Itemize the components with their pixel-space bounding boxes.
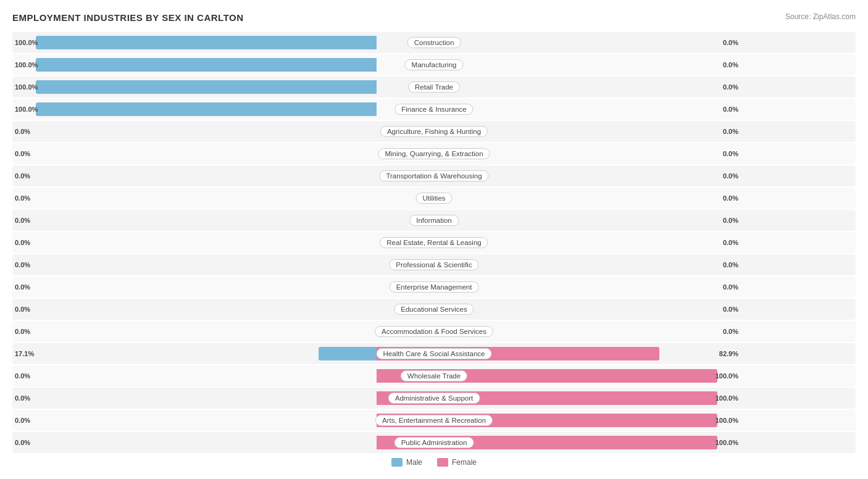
male-bar <box>36 102 377 116</box>
left-half: 0.0% <box>12 210 377 231</box>
right-half: 0.0% <box>377 277 741 298</box>
right-half: 0.0% <box>377 299 741 320</box>
female-pct-label: 0.0% <box>723 150 738 157</box>
bar-row: 0.0%0.0%Utilities <box>12 188 856 209</box>
source-text: Source: ZipAtlas.com <box>785 12 856 21</box>
male-pct-label: 0.0% <box>15 417 30 424</box>
male-pct-label: 0.0% <box>15 239 30 246</box>
female-pct-label: 0.0% <box>723 128 738 135</box>
female-pct-label: 0.0% <box>723 83 738 91</box>
right-half: 0.0% <box>377 143 741 164</box>
female-label: Female <box>452 458 477 467</box>
male-pct-label: 0.0% <box>15 194 30 202</box>
female-pct-label: 82.9% <box>719 350 738 357</box>
right-half: 0.0% <box>377 188 741 209</box>
right-half: 0.0% <box>377 321 741 342</box>
right-half: 82.9% <box>377 343 741 364</box>
bar-row: 0.0%100.0%Arts, Entertainment & Recreati… <box>12 410 856 431</box>
right-half: 0.0% <box>377 232 741 253</box>
left-half: 100.0% <box>12 99 377 120</box>
female-pct-label: 0.0% <box>723 283 738 291</box>
bar-row: 0.0%100.0%Administrative & Support <box>12 388 856 409</box>
male-pct-label: 0.0% <box>15 328 30 335</box>
left-half: 0.0% <box>12 188 377 209</box>
legend-male: Male <box>391 458 422 467</box>
male-pct-label: 100.0% <box>15 61 38 69</box>
bar-row: 100.0%0.0%Retail Trade <box>12 77 856 98</box>
legend-female: Female <box>437 458 477 467</box>
bar-row: 0.0%0.0%Agriculture, Fishing & Hunting <box>12 121 856 142</box>
male-pct-label: 0.0% <box>15 172 30 180</box>
left-half: 17.1% <box>12 343 377 364</box>
left-half: 100.0% <box>12 32 377 53</box>
right-half: 0.0% <box>377 77 741 98</box>
female-pct-label: 100.0% <box>716 417 738 424</box>
male-label: Male <box>406 458 422 467</box>
bar-row: 0.0%0.0%Mining, Quarrying, & Extraction <box>12 143 856 164</box>
right-half: 0.0% <box>377 32 741 53</box>
bar-row: 100.0%0.0%Manufacturing <box>12 54 856 75</box>
female-pct-label: 0.0% <box>723 328 738 335</box>
female-bar <box>377 436 717 449</box>
male-pct-label: 0.0% <box>15 394 30 402</box>
left-half: 0.0% <box>12 277 377 298</box>
male-pct-label: 0.0% <box>15 261 30 269</box>
left-half: 0.0% <box>12 121 377 142</box>
left-half: 0.0% <box>12 388 377 409</box>
male-swatch <box>391 458 403 467</box>
female-pct-label: 0.0% <box>723 39 738 46</box>
male-pct-label: 100.0% <box>15 83 38 91</box>
left-half: 0.0% <box>12 321 377 342</box>
female-pct-label: 0.0% <box>723 239 738 246</box>
right-half: 0.0% <box>377 99 741 120</box>
female-pct-label: 0.0% <box>723 194 738 202</box>
left-half: 0.0% <box>12 432 377 453</box>
left-half: 0.0% <box>12 165 377 186</box>
female-pct-label: 0.0% <box>723 217 738 224</box>
legend: Male Female <box>12 458 856 467</box>
left-half: 100.0% <box>12 54 377 75</box>
female-pct-label: 0.0% <box>723 106 738 113</box>
left-half: 0.0% <box>12 299 377 320</box>
right-half: 0.0% <box>377 121 741 142</box>
bar-row: 0.0%0.0%Accommodation & Food Services <box>12 321 856 342</box>
bar-row: 0.0%100.0%Wholesale Trade <box>12 365 856 386</box>
male-bar <box>36 58 377 72</box>
male-bar <box>319 347 377 360</box>
bar-row: 0.0%0.0%Transportation & Warehousing <box>12 165 856 186</box>
chart-title: EMPLOYMENT INDUSTRIES BY SEX IN CARLTON <box>12 12 244 23</box>
right-half: 100.0% <box>377 388 741 409</box>
female-pct-label: 100.0% <box>716 439 738 446</box>
left-half: 0.0% <box>12 254 377 275</box>
left-half: 100.0% <box>12 77 377 98</box>
female-bar <box>377 391 717 405</box>
female-bar <box>377 347 659 360</box>
female-pct-label: 100.0% <box>716 372 738 380</box>
bar-row: 0.0%0.0%Real Estate, Rental & Leasing <box>12 232 856 253</box>
right-half: 0.0% <box>377 210 741 231</box>
male-bar <box>36 80 377 94</box>
bar-row: 100.0%0.0%Finance & Insurance <box>12 99 856 120</box>
male-pct-label: 0.0% <box>15 283 30 291</box>
male-pct-label: 0.0% <box>15 128 30 135</box>
right-half: 0.0% <box>377 165 741 186</box>
male-pct-label: 0.0% <box>15 150 30 157</box>
right-half: 0.0% <box>377 54 741 75</box>
bar-row: 0.0%0.0%Information <box>12 210 856 231</box>
female-swatch <box>437 458 448 467</box>
right-half: 100.0% <box>377 432 741 453</box>
bar-row: 100.0%0.0%Construction <box>12 32 856 53</box>
left-half: 0.0% <box>12 232 377 253</box>
female-pct-label: 0.0% <box>723 61 738 69</box>
right-half: 100.0% <box>377 410 741 431</box>
bar-row: 0.0%0.0%Educational Services <box>12 299 856 320</box>
bar-row: 0.0%100.0%Public Administration <box>12 432 856 453</box>
male-pct-label: 0.0% <box>15 372 30 380</box>
right-half: 0.0% <box>377 254 741 275</box>
male-pct-label: 100.0% <box>15 39 38 46</box>
male-pct-label: 0.0% <box>15 306 30 313</box>
bar-row: 17.1%82.9%Health Care & Social Assistanc… <box>12 343 856 364</box>
male-pct-label: 0.0% <box>15 217 30 224</box>
male-pct-label: 0.0% <box>15 439 30 446</box>
female-bar <box>377 414 717 427</box>
